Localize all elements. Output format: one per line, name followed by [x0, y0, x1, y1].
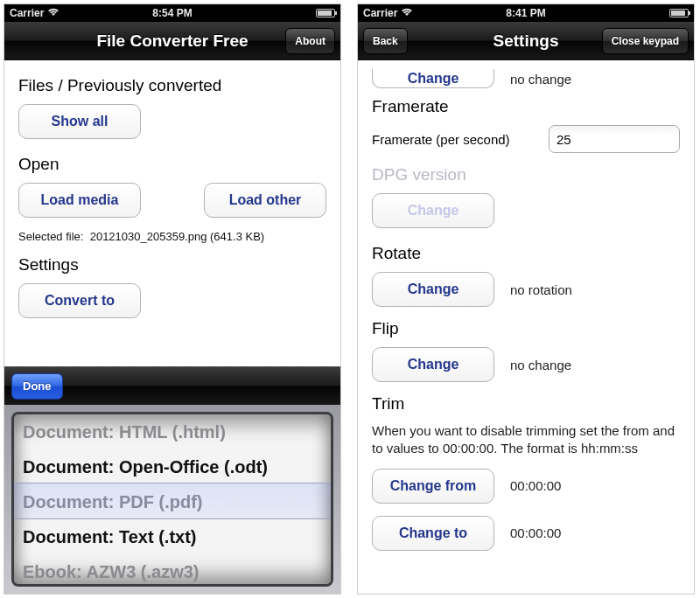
phone-right: Carrier 8:41 PM Back Settings Close keyp…	[357, 3, 695, 595]
dpg-change-button[interactable]: Change	[372, 193, 494, 228]
picker: Document: HTML (.html) Document: Open-Of…	[4, 405, 340, 594]
framerate-input[interactable]	[549, 125, 680, 153]
framerate-section-label: Framerate	[372, 97, 680, 116]
clock-label: 8:41 PM	[358, 7, 694, 19]
load-other-button[interactable]: Load other	[204, 183, 326, 218]
files-section-label: Files / Previously converted	[18, 76, 326, 95]
picker-wheel[interactable]: Document: HTML (.html) Document: Open-Of…	[11, 412, 333, 587]
flip-change-button[interactable]: Change	[372, 347, 494, 382]
status-bar: Carrier 8:41 PM	[358, 4, 694, 22]
settings-section-label: Settings	[18, 255, 326, 275]
done-button[interactable]: Done	[11, 373, 63, 400]
flip-section-label: Flip	[372, 319, 680, 338]
change-from-button[interactable]: Change from	[372, 469, 494, 504]
picker-item[interactable]: Ebook: AZW3 (.azw3)	[14, 554, 331, 587]
main-content: Change no change Framerate Framerate (pe…	[358, 60, 694, 551]
back-button[interactable]: Back	[363, 28, 408, 54]
convert-to-button[interactable]: Convert to	[18, 283, 141, 318]
picker-item[interactable]: Document: PDF (.pdf)	[14, 484, 331, 519]
about-button[interactable]: About	[285, 28, 335, 54]
picker-item[interactable]: Document: Open-Office (.odt)	[14, 449, 331, 484]
load-media-button[interactable]: Load media	[18, 183, 141, 218]
trim-section-label: Trim	[372, 394, 680, 414]
battery-icon	[316, 9, 335, 17]
nav-bar: File Converter Free About	[4, 22, 340, 60]
main-content: Files / Previously converted Show all Op…	[4, 60, 340, 329]
selected-file-label: Selected file: 20121030_205359.png (641.…	[18, 230, 326, 243]
rotate-value: no rotation	[510, 282, 572, 297]
flip-value: no change	[510, 358, 571, 372]
value-label: no change	[510, 72, 571, 87]
status-bar: Carrier 8:54 PM	[4, 4, 340, 22]
trim-from-value: 00:00:00	[510, 478, 561, 493]
change-to-button[interactable]: Change to	[372, 516, 494, 551]
picker-item[interactable]: Document: Text (.txt)	[14, 519, 331, 554]
rotate-change-button[interactable]: Change	[372, 272, 494, 307]
page-title: File Converter Free	[96, 31, 248, 51]
trim-to-value: 00:00:00	[510, 525, 561, 540]
nav-bar: Back Settings Close keypad	[358, 22, 694, 60]
trim-hint: When you want to disable trimming set th…	[372, 422, 680, 458]
change-button[interactable]: Change	[372, 69, 494, 88]
close-keypad-button[interactable]: Close keypad	[602, 28, 689, 54]
clock-label: 8:54 PM	[4, 7, 340, 19]
dpg-section-label: DPG version	[372, 165, 680, 184]
open-section-label: Open	[18, 155, 326, 174]
phone-left: Carrier 8:54 PM File Converter Free Abou…	[4, 3, 341, 595]
page-title: Settings	[494, 31, 559, 51]
show-all-button[interactable]: Show all	[18, 104, 141, 139]
rotate-section-label: Rotate	[372, 244, 680, 263]
picker-item[interactable]: Document: HTML (.html)	[14, 414, 331, 449]
picker-toolbar: Done	[4, 366, 340, 405]
battery-icon	[669, 9, 689, 17]
framerate-field-label: Framerate (per second)	[372, 132, 510, 147]
